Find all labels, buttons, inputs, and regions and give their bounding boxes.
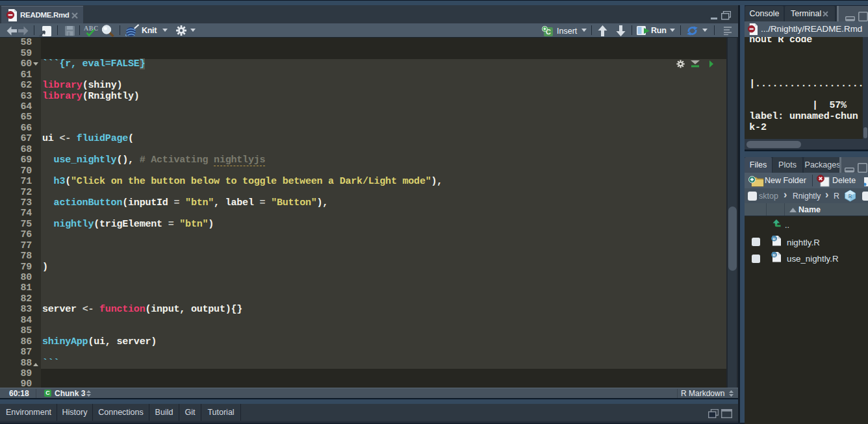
svg-text:R: R (848, 193, 852, 199)
